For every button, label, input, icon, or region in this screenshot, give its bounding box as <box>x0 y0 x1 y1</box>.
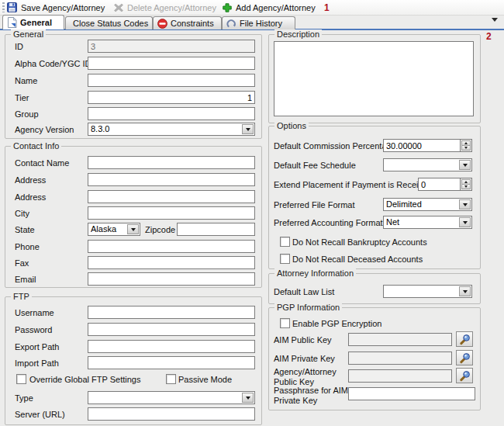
group-description: Description <box>268 34 481 123</box>
passphrase-field[interactable] <box>348 387 475 400</box>
city-field[interactable] <box>88 206 255 220</box>
state-label: State <box>15 225 35 234</box>
id-label: ID <box>15 42 23 51</box>
password-label: Password <box>15 325 52 334</box>
add-agency-label: Add Agency/Attorney <box>236 3 316 12</box>
tab-constraints-label: Constraints <box>171 19 214 28</box>
address1-field[interactable] <box>88 173 255 186</box>
aim-public-key-browse-button[interactable] <box>456 331 473 347</box>
dropdown-arrow-icon <box>131 228 136 231</box>
contact-name-field[interactable] <box>88 156 255 169</box>
group-options: Options Default Commission Percentage De… <box>268 126 481 269</box>
email-field[interactable] <box>88 272 255 286</box>
spinner-up-icon <box>464 142 468 144</box>
override-ftp-checkbox[interactable] <box>16 374 26 384</box>
description-textarea[interactable] <box>274 41 474 116</box>
tab-overflow-arrow-icon[interactable] <box>492 18 498 22</box>
agency-version-combo[interactable]: 8.3.0 <box>88 123 255 136</box>
tab-close-status-codes[interactable]: Close Status Codes <box>65 16 153 29</box>
file-format-dropdown-button[interactable] <box>459 199 471 210</box>
zipcode-field[interactable] <box>177 223 255 236</box>
tier-field[interactable] <box>88 91 255 104</box>
passphrase-label: Passphrase for AIM Private Key <box>274 386 348 406</box>
spinner-down-button[interactable] <box>461 145 471 151</box>
aim-private-key-browse-button[interactable] <box>456 350 473 365</box>
dropdown-arrow-icon <box>463 290 468 293</box>
address2-field[interactable] <box>88 190 255 203</box>
toolbar: Save Agency/Attorney Delete Agency/Attor… <box>0 0 504 16</box>
phone-field[interactable] <box>88 240 255 253</box>
passive-mode-label: Passive Mode <box>178 375 232 384</box>
city-label: City <box>15 209 29 218</box>
spinner-down-icon <box>464 185 468 188</box>
accounting-format-combo[interactable]: Net <box>383 216 472 229</box>
accounting-format-value: Net <box>386 217 457 227</box>
phone-label: Phone <box>15 242 40 251</box>
fee-schedule-dropdown-button[interactable] <box>459 160 471 170</box>
extend-placement-field[interactable] <box>418 178 461 191</box>
commission-field[interactable] <box>383 139 461 152</box>
law-list-dropdown-button[interactable] <box>459 286 471 296</box>
annotation-marker-2: 2 <box>486 31 492 42</box>
enable-pgp-checkbox[interactable] <box>280 318 290 328</box>
group-general: General ID Alpha Code/YGC ID Name Tier G… <box>5 34 262 139</box>
state-dropdown-button[interactable] <box>127 224 139 234</box>
agency-public-key-field <box>348 369 452 383</box>
alpha-code-label: Alpha Code/YGC ID <box>15 59 91 68</box>
passive-mode-checkbox[interactable] <box>166 374 176 384</box>
export-path-field[interactable] <box>88 340 255 353</box>
group-contact-title: Contact Info <box>11 141 61 151</box>
import-path-label: Import Path <box>15 358 59 368</box>
group-options-title: Options <box>274 121 309 130</box>
file-format-label: Preferred File Format <box>274 200 355 210</box>
tab-close-status-codes-label: Close Status Codes <box>73 19 148 28</box>
accounting-format-dropdown-button[interactable] <box>459 217 471 227</box>
group-attorney-title: Attorney Information <box>274 268 356 278</box>
ftp-type-dropdown-button[interactable] <box>242 393 254 403</box>
group-field[interactable] <box>88 107 255 120</box>
server-url-field[interactable] <box>88 407 255 421</box>
tab-general[interactable]: General <box>2 15 64 29</box>
agency-version-dropdown-button[interactable] <box>242 124 254 134</box>
username-field[interactable] <box>88 306 255 319</box>
alpha-code-field[interactable] <box>88 57 255 70</box>
agency-attorney-form: Save Agency/Attorney Delete Agency/Attor… <box>0 0 504 426</box>
username-label: Username <box>15 308 54 317</box>
agency-version-label: Agency Version <box>15 125 74 134</box>
save-agency-button[interactable]: Save Agency/Attorney <box>5 0 107 15</box>
bankruptcy-checkbox[interactable] <box>280 237 290 247</box>
tab-file-history[interactable]: File History <box>222 16 295 29</box>
fax-field[interactable] <box>88 256 255 269</box>
annotation-marker-1: 1 <box>324 2 330 13</box>
group-ftp: FTP Username Password Export Path Import… <box>5 296 262 425</box>
address1-label: Address <box>15 175 46 185</box>
ftp-type-combo[interactable] <box>88 391 255 404</box>
name-label: Name <box>15 76 37 85</box>
tab-constraints[interactable]: Constraints <box>153 16 222 29</box>
spinner-down-button[interactable] <box>461 184 471 189</box>
import-path-field[interactable] <box>88 356 255 369</box>
delete-agency-button[interactable]: Delete Agency/Attorney <box>112 0 219 15</box>
group-description-title: Description <box>274 29 322 39</box>
extend-placement-spinner <box>461 178 472 191</box>
server-url-label: Server (URL) <box>15 410 65 419</box>
contact-name-label: Contact Name <box>15 158 69 168</box>
export-path-label: Export Path <box>15 342 59 352</box>
add-agency-button[interactable]: Add Agency/Attorney <box>220 0 318 15</box>
group-label: Group <box>15 109 39 119</box>
aim-public-key-label: AIM Public Key <box>274 335 332 345</box>
delete-x-icon <box>114 3 123 12</box>
state-combo[interactable]: Alaska <box>88 223 140 236</box>
general-page-icon <box>7 17 17 28</box>
group-contact-info: Contact Info Contact Name Address Addres… <box>5 146 262 288</box>
law-list-combo[interactable] <box>383 285 472 298</box>
spinner-down-icon <box>464 147 468 149</box>
fee-schedule-combo[interactable] <box>383 158 472 171</box>
name-field[interactable] <box>88 74 255 87</box>
add-plus-icon <box>223 3 232 12</box>
address2-label: Address <box>15 192 46 202</box>
password-field[interactable] <box>88 323 255 336</box>
deceased-checkbox[interactable] <box>280 254 290 264</box>
agency-public-key-browse-button[interactable] <box>456 368 473 383</box>
file-format-combo[interactable]: Delimited <box>383 198 472 211</box>
